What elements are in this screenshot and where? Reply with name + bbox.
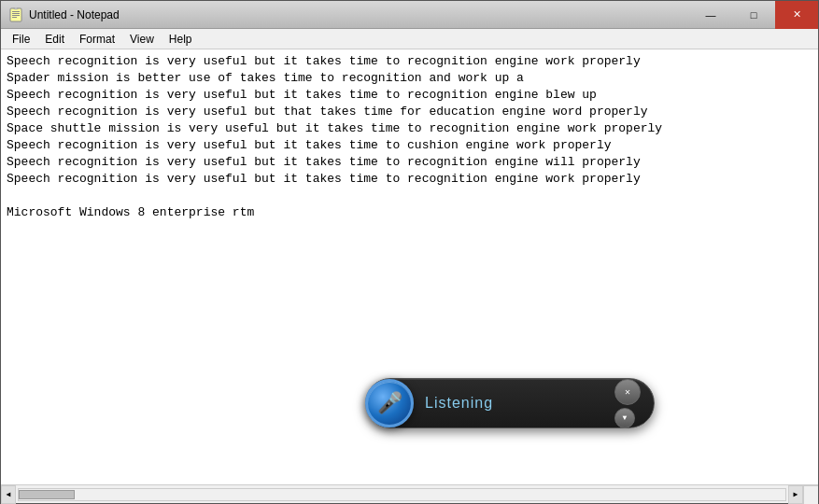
notepad-icon: [8, 7, 23, 22]
speech-recognition-widget: 🎤 Listening ✕ ▼: [365, 378, 655, 428]
status-bar: ◀ ▶: [1, 484, 818, 503]
close-button[interactable]: ✕: [775, 1, 818, 29]
speech-close-button[interactable]: ✕: [614, 379, 641, 405]
speech-minimize-button[interactable]: ▼: [614, 408, 635, 428]
title-bar: Untitled - Notepad — □ ✕: [1, 1, 818, 29]
maximize-button[interactable]: □: [732, 1, 775, 29]
menu-edit[interactable]: Edit: [37, 29, 72, 49]
svg-rect-5: [14, 7, 18, 9]
editor-container: 🎤 Listening ✕ ▼: [1, 49, 818, 484]
svg-rect-2: [12, 13, 20, 14]
minimize-button[interactable]: —: [689, 1, 732, 29]
notepad-window: Untitled - Notepad — □ ✕ File Edit Forma…: [0, 0, 819, 504]
microphone-button[interactable]: 🎤: [365, 379, 414, 427]
scroll-left-button[interactable]: ◀: [1, 485, 16, 504]
scroll-corner: [803, 485, 818, 504]
window-controls: — □ ✕: [689, 1, 818, 29]
menu-view[interactable]: View: [122, 29, 162, 49]
microphone-icon: 🎤: [377, 391, 402, 416]
scroll-right-button[interactable]: ▶: [788, 485, 803, 504]
chevron-down-icon: ▼: [623, 413, 628, 422]
menu-bar: File Edit Format View Help: [1, 29, 818, 49]
title-bar-left: Untitled - Notepad: [8, 7, 120, 22]
close-icon: ✕: [625, 386, 630, 398]
horizontal-scrollbar-track[interactable]: [18, 488, 786, 501]
menu-help[interactable]: Help: [162, 29, 200, 49]
svg-rect-3: [12, 15, 20, 16]
menu-format[interactable]: Format: [72, 29, 122, 49]
speech-controls: ✕ ▼: [614, 379, 646, 428]
window-title: Untitled - Notepad: [29, 8, 120, 21]
svg-rect-4: [12, 17, 17, 18]
svg-rect-1: [12, 11, 20, 12]
speech-status-text: Listening: [414, 395, 614, 412]
horizontal-scrollbar-thumb[interactable]: [19, 490, 75, 499]
menu-file[interactable]: File: [5, 29, 37, 49]
